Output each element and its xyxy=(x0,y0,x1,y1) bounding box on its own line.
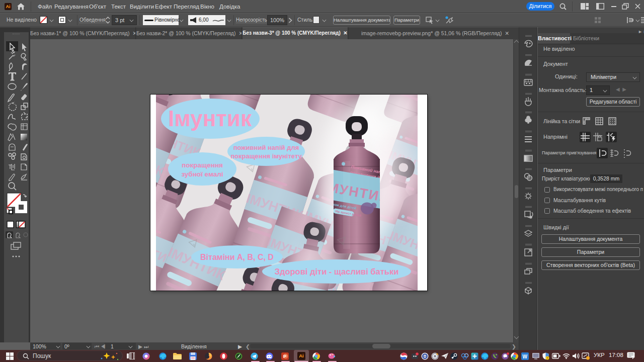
svg-text:W: W xyxy=(523,354,528,359)
svg-text:зубної емалі: зубної емалі xyxy=(181,170,223,178)
svg-text:Вітаміни A, B, C, D: Вітаміни A, B, C, D xyxy=(200,253,274,261)
svg-text:покращення імунітету: покращення імунітету xyxy=(230,152,302,160)
svg-text:P: P xyxy=(283,353,287,359)
svg-text:покращення: покращення xyxy=(182,161,223,169)
svg-text:Імунтик: Імунтик xyxy=(168,106,252,131)
svg-text:!: ! xyxy=(547,356,548,359)
svg-text:поживний напій для: поживний напій для xyxy=(233,144,299,151)
svg-text:Здорові діти - щасливі батьки: Здорові діти - щасливі батьки xyxy=(275,267,399,276)
